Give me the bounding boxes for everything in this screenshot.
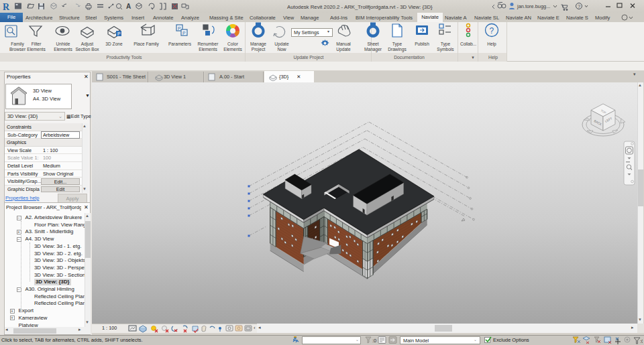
svg-text:Autodesk Revit 2020.2 - ARK_Tr: Autodesk Revit 2020.2 - ARK_Trollfjordga… xyxy=(287,4,433,10)
svg-text::0: :0 xyxy=(372,338,376,344)
svg-text::0: :0 xyxy=(640,339,643,344)
svg-text:P: P xyxy=(178,26,181,31)
svg-text:A: A xyxy=(126,3,131,10)
svg-text:P: P xyxy=(182,31,186,36)
svg-text:jan.tore.bugg...: jan.tore.bugg... xyxy=(517,3,550,9)
svg-text:?: ? xyxy=(578,3,580,9)
svg-text:?: ? xyxy=(490,26,494,36)
svg-text:P: P xyxy=(117,31,121,36)
svg-text:R: R xyxy=(3,2,10,12)
